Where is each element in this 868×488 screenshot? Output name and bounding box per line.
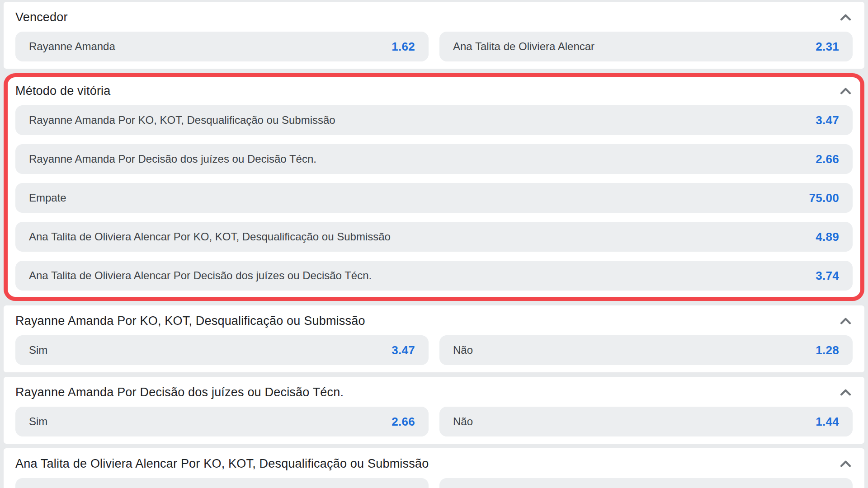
outcome-odds: 2.66 — [392, 415, 415, 429]
collapse-button[interactable] — [839, 12, 853, 23]
outcome-ana-ko[interactable]: Ana Talita de Oliviera Alencar Por KO, K… — [15, 222, 853, 252]
outcome-odds: 3.47 — [392, 343, 415, 357]
outcome-empate[interactable]: Empate 75.00 — [15, 183, 853, 213]
chevron-up-icon — [840, 87, 852, 95]
outcome-label: Sim — [29, 344, 47, 357]
chevron-up-icon — [840, 389, 852, 396]
outcomes-row-group: Sim 2.66 Não 1.44 — [15, 407, 853, 436]
chevron-up-icon — [840, 317, 852, 325]
market-header: Rayanne Amanda Por KO, KOT, Desqualifica… — [15, 312, 853, 330]
outcome-odds: 4.89 — [816, 230, 839, 244]
market-section-rayanne-decisao-sim-nao: Rayanne Amanda Por Decisão dos juízes ou… — [4, 377, 864, 444]
outcome-sim[interactable]: Sim 3.47 — [15, 335, 429, 365]
market-title: Rayanne Amanda Por Decisão dos juízes ou… — [15, 385, 344, 399]
market-section-metodo-de-vitoria: Método de vitória Rayanne Amanda Por KO,… — [4, 73, 864, 301]
collapse-button[interactable] — [839, 315, 853, 327]
collapse-button[interactable] — [839, 85, 853, 97]
outcome-label: Não — [453, 344, 473, 357]
outcome-sim[interactable] — [15, 478, 429, 488]
market-header: Vencedor — [15, 8, 853, 26]
outcome-rayanne-decisao[interactable]: Rayanne Amanda Por Decisão dos juízes ou… — [15, 144, 853, 174]
outcome-nao[interactable]: Não 1.44 — [439, 407, 853, 436]
outcome-odds: 3.47 — [816, 113, 839, 127]
outcome-label: Rayanne Amanda — [29, 40, 115, 53]
outcome-odds: 1.44 — [816, 415, 839, 429]
outcomes-row-group: Rayanne Amanda Por KO, KOT, Desqualifica… — [15, 105, 853, 291]
market-header: Rayanne Amanda Por Decisão dos juízes ou… — [15, 383, 853, 401]
betting-markets-page: Vencedor Rayanne Amanda 1.62 Ana Talita … — [0, 0, 868, 488]
outcome-odds: 2.31 — [816, 40, 839, 54]
outcome-label: Ana Talita de Oliviera Alencar Por KO, K… — [29, 230, 391, 243]
outcomes-row-group — [15, 478, 853, 488]
market-header: Ana Talita de Oliviera Alencar Por KO, K… — [15, 455, 853, 473]
market-title: Rayanne Amanda Por KO, KOT, Desqualifica… — [15, 314, 365, 328]
outcome-odds: 2.66 — [816, 152, 839, 166]
outcomes-row-group: Rayanne Amanda 1.62 Ana Talita de Olivie… — [15, 32, 853, 61]
outcome-ana-decisao[interactable]: Ana Talita de Oliviera Alencar Por Decis… — [15, 261, 853, 291]
collapse-button[interactable] — [839, 458, 853, 469]
market-header: Método de vitória — [15, 82, 853, 100]
outcome-label: Sim — [29, 415, 47, 428]
outcome-label: Ana Talita de Oliviera Alencar — [453, 40, 594, 53]
market-section-vencedor: Vencedor Rayanne Amanda 1.62 Ana Talita … — [4, 2, 864, 69]
collapse-button[interactable] — [839, 387, 853, 398]
market-title: Vencedor — [15, 10, 68, 24]
outcome-odds: 3.74 — [816, 269, 839, 283]
outcomes-row-group: Sim 3.47 Não 1.28 — [15, 335, 853, 365]
outcome-rayanne-amanda[interactable]: Rayanne Amanda 1.62 — [15, 32, 429, 61]
outcome-label: Não — [453, 415, 473, 428]
market-section-rayanne-ko-sim-nao: Rayanne Amanda Por KO, KOT, Desqualifica… — [4, 305, 864, 372]
outcome-odds: 75.00 — [809, 191, 839, 205]
outcome-odds: 1.62 — [392, 40, 415, 54]
market-title: Método de vitória — [15, 84, 111, 98]
outcome-nao[interactable]: Não 1.28 — [439, 335, 853, 365]
chevron-up-icon — [840, 460, 852, 468]
outcome-nao[interactable] — [439, 478, 853, 488]
outcome-odds: 1.28 — [816, 343, 839, 357]
outcome-label: Ana Talita de Oliviera Alencar Por Decis… — [29, 269, 372, 282]
market-section-ana-ko-sim-nao: Ana Talita de Oliviera Alencar Por KO, K… — [4, 448, 864, 488]
outcome-ana-talita[interactable]: Ana Talita de Oliviera Alencar 2.31 — [439, 32, 853, 61]
outcome-label: Empate — [29, 192, 66, 204]
chevron-up-icon — [840, 14, 852, 21]
outcome-label: Rayanne Amanda Por KO, KOT, Desqualifica… — [29, 114, 335, 127]
outcome-sim[interactable]: Sim 2.66 — [15, 407, 429, 436]
outcome-rayanne-ko[interactable]: Rayanne Amanda Por KO, KOT, Desqualifica… — [15, 105, 853, 135]
market-title: Ana Talita de Oliviera Alencar Por KO, K… — [15, 457, 429, 471]
outcome-label: Rayanne Amanda Por Decisão dos juízes ou… — [29, 153, 316, 165]
